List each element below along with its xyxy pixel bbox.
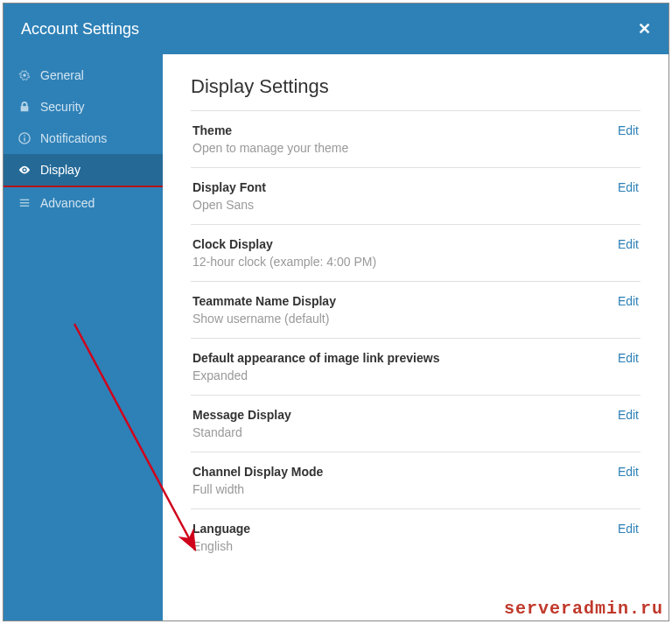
- dialog-body: General Security Notifications Display: [4, 54, 668, 620]
- edit-link-language[interactable]: Edit: [604, 522, 639, 536]
- setting-row-message-display: Message Display Standard Edit: [191, 396, 640, 452]
- list-icon: [18, 196, 32, 210]
- svg-rect-5: [20, 202, 30, 203]
- setting-row-font: Display Font Open Sans Edit: [191, 168, 640, 225]
- setting-value: 12-hour clock (example: 4:00 PM): [192, 255, 604, 269]
- setting-title: Clock Display: [192, 237, 604, 251]
- edit-link-font[interactable]: Edit: [604, 180, 639, 194]
- sidebar-item-label: Display: [40, 163, 80, 177]
- close-button[interactable]: ✕: [638, 19, 651, 39]
- sidebar-item-label: Security: [40, 100, 85, 114]
- dialog-header: Account Settings ✕: [4, 4, 668, 54]
- main-panel: Display Settings Theme Open to manage yo…: [163, 54, 668, 620]
- setting-text: Clock Display 12-hour clock (example: 4:…: [192, 237, 604, 269]
- setting-text: Theme Open to manage your theme: [192, 123, 604, 155]
- edit-link-clock[interactable]: Edit: [604, 237, 639, 251]
- info-icon: [18, 131, 32, 145]
- svg-rect-4: [20, 200, 30, 200]
- sidebar-item-label: Advanced: [40, 196, 94, 210]
- setting-title: Default appearance of image link preview…: [192, 351, 604, 365]
- settings-list: Theme Open to manage your theme Edit Dis…: [191, 110, 640, 565]
- setting-text: Message Display Standard: [192, 408, 604, 439]
- setting-text: Channel Display Mode Full width: [192, 465, 604, 496]
- setting-row-clock: Clock Display 12-hour clock (example: 4:…: [191, 225, 640, 282]
- page-title: Display Settings: [191, 75, 640, 98]
- sidebar-item-display[interactable]: Display: [4, 154, 163, 187]
- sidebar: General Security Notifications Display: [4, 54, 163, 620]
- setting-value: Open Sans: [192, 198, 604, 212]
- setting-value: Expanded: [192, 368, 604, 382]
- sidebar-item-security[interactable]: Security: [4, 91, 163, 123]
- edit-link-message-display[interactable]: Edit: [604, 408, 639, 422]
- setting-value: Standard: [192, 425, 604, 439]
- setting-text: Default appearance of image link preview…: [192, 351, 604, 382]
- setting-text: Display Font Open Sans: [192, 180, 604, 212]
- svg-point-3: [24, 169, 26, 172]
- setting-title: Message Display: [192, 408, 604, 422]
- gear-icon: [18, 68, 32, 82]
- edit-link-teammate[interactable]: Edit: [604, 294, 639, 308]
- edit-link-channel-mode[interactable]: Edit: [604, 465, 639, 479]
- setting-title: Theme: [192, 123, 604, 137]
- dialog-title: Account Settings: [21, 20, 139, 39]
- setting-value: Full width: [192, 482, 604, 496]
- setting-value: Show username (default): [192, 312, 604, 326]
- eye-icon: [18, 163, 32, 177]
- setting-title: Display Font: [192, 180, 604, 194]
- setting-value: English: [192, 539, 604, 553]
- sidebar-item-label: General: [40, 68, 84, 82]
- setting-title: Channel Display Mode: [192, 465, 604, 479]
- setting-value: Open to manage your theme: [192, 141, 604, 155]
- svg-rect-6: [20, 206, 30, 207]
- svg-rect-2: [24, 136, 24, 137]
- account-settings-dialog: Account Settings ✕ General Security: [3, 3, 669, 621]
- lock-icon: [18, 100, 32, 114]
- sidebar-item-notifications[interactable]: Notifications: [4, 123, 163, 154]
- setting-title: Language: [192, 522, 604, 536]
- setting-title: Teammate Name Display: [192, 294, 604, 308]
- sidebar-item-general[interactable]: General: [4, 60, 163, 91]
- setting-row-language: Language English Edit: [191, 509, 640, 565]
- sidebar-item-advanced[interactable]: Advanced: [4, 187, 163, 219]
- setting-row-channel-mode: Channel Display Mode Full width Edit: [191, 452, 640, 509]
- setting-text: Language English: [192, 522, 604, 553]
- svg-rect-1: [24, 137, 24, 141]
- setting-row-teammate: Teammate Name Display Show username (def…: [191, 282, 640, 339]
- setting-row-theme: Theme Open to manage your theme Edit: [191, 111, 640, 168]
- edit-link-theme[interactable]: Edit: [604, 123, 639, 137]
- close-icon: ✕: [638, 20, 651, 38]
- edit-link-image-preview[interactable]: Edit: [604, 351, 639, 365]
- sidebar-item-label: Notifications: [40, 131, 107, 145]
- setting-row-image-preview: Default appearance of image link preview…: [191, 339, 640, 396]
- setting-text: Teammate Name Display Show username (def…: [192, 294, 604, 326]
